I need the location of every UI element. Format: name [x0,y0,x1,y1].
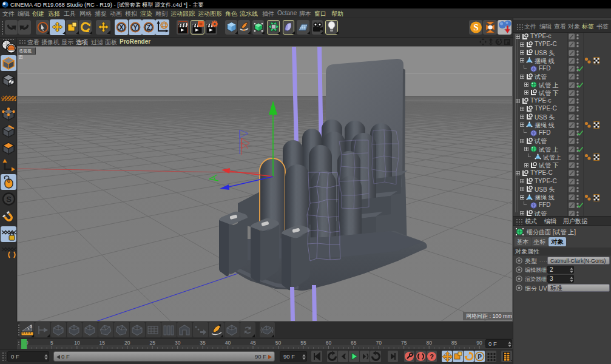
svg-text:40: 40 [225,340,231,346]
svg-text:15: 15 [100,340,106,346]
svg-text:X: X [119,24,123,31]
svg-text:85: 85 [451,340,457,346]
svg-text:75: 75 [401,340,407,346]
svg-text:60: 60 [326,340,332,346]
svg-text:50: 50 [275,340,282,346]
svg-text:?: ? [430,353,434,360]
svg-text:20: 20 [124,340,130,346]
svg-text:80: 80 [426,340,432,346]
svg-text:55: 55 [300,340,306,346]
svg-text:Y: Y [133,24,137,31]
svg-text:5: 5 [50,340,53,346]
svg-text:S: S [6,195,12,204]
svg-text:70: 70 [376,340,382,346]
svg-text:35: 35 [200,340,206,346]
svg-text:65: 65 [351,340,357,346]
svg-text:25: 25 [149,340,155,346]
svg-text:S: S [473,22,478,32]
svg-text:10: 10 [74,340,80,346]
svg-text:Z: Z [147,24,151,31]
svg-text:网格间距 : 100 mm: 网格间距 : 100 mm [466,313,512,319]
svg-text:45: 45 [250,340,256,346]
svg-text:30: 30 [175,340,181,346]
svg-text:a: a [30,324,32,328]
svg-text:P: P [478,354,482,360]
svg-text:90: 90 [476,340,482,346]
